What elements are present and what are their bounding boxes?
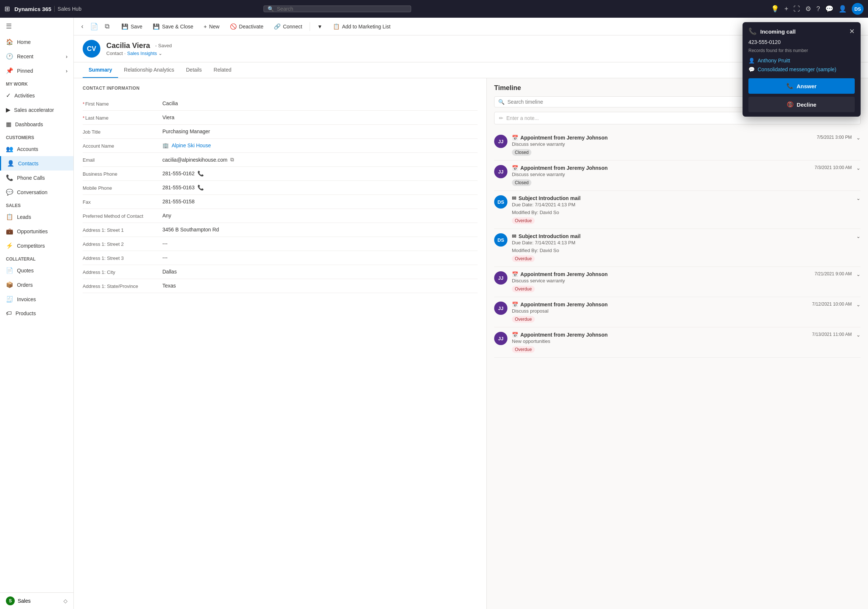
timeline-extra-2: Modified By: David So — [512, 210, 852, 215]
search-bar[interactable]: 🔍 — [264, 6, 411, 12]
timeline-item-1: JJ 📅 Appointment from Jeremy Johnson Dis… — [494, 161, 860, 191]
timeline-avatar-3: DS — [494, 233, 507, 246]
sidebar-item-label: Conversation — [17, 189, 48, 195]
sidebar-item-activities[interactable]: ✓ Activities — [0, 88, 73, 102]
add-to-marketing-list-button[interactable]: 📋 Add to Marketing List — [329, 21, 395, 32]
sidebar-item-label: Activities — [14, 93, 35, 99]
page-icon-button[interactable]: 📄 — [87, 21, 101, 32]
tab-details[interactable]: Details — [180, 62, 208, 78]
view-chevron-icon[interactable]: ⌄ — [158, 51, 163, 56]
timeline-panel: Timeline 🔍 ✏ Enter a note... JJ 📅 Appo — [487, 78, 868, 609]
business-phone-label: Business Phone — [83, 170, 157, 177]
timeline-badge-0: Closed — [512, 149, 532, 156]
sidebar-item-accounts[interactable]: 👥 Accounts — [0, 142, 73, 156]
sidebar-toggle[interactable]: ☰ — [0, 18, 73, 35]
timeline-avatar-1: JJ — [494, 165, 507, 178]
account-name-link[interactable]: Alpine Ski House — [172, 143, 211, 148]
connect-button[interactable]: 🔗 Connect — [270, 21, 307, 32]
popup-close-button[interactable]: ✕ — [849, 27, 855, 36]
search-input[interactable] — [277, 6, 407, 12]
products-icon: 🏷 — [6, 310, 12, 317]
tab-summary[interactable]: Summary — [83, 62, 118, 78]
business-phone-call-icon[interactable]: 📞 — [197, 170, 204, 177]
sidebar-item-quotes[interactable]: 📄 Quotes — [0, 263, 73, 277]
first-name-value: Cacilia — [163, 101, 477, 106]
sidebar-item-products[interactable]: 🏷 Products — [0, 306, 73, 320]
timeline-chevron-5[interactable]: ⌄ — [856, 302, 860, 322]
sidebar-item-label: Opportunities — [17, 228, 48, 234]
chevron-down-icon: › — [66, 54, 68, 59]
recent-icon: 🕐 — [6, 53, 13, 60]
first-name-label: *First Name — [83, 101, 157, 107]
sidebar-item-conversation[interactable]: 💬 Conversation — [0, 185, 73, 199]
sidebar-item-label: Pinned — [17, 68, 33, 74]
sidebar-item-label: Recent — [17, 54, 33, 59]
field-street3: Address 1: Street 3 --- — [83, 251, 477, 265]
street3-value: --- — [163, 255, 477, 260]
user-icon[interactable]: 👤 — [839, 5, 846, 13]
messenger-icon: 💬 — [749, 67, 755, 72]
settings-icon[interactable]: ⚙ — [805, 5, 811, 13]
deactivate-icon: 🚫 — [230, 23, 237, 30]
timeline-chevron-0[interactable]: ⌄ — [856, 135, 860, 156]
popup-actions: 📞 Answer 📵 Decline — [742, 74, 860, 117]
field-preferred-contact: Preferred Method of Contact Any — [83, 209, 477, 223]
account-link-icon: 🏢 — [163, 143, 169, 148]
records-found-label: Records found for this number — [742, 48, 860, 56]
help-icon[interactable]: ? — [816, 5, 820, 13]
sidebar-item-phone-calls[interactable]: 📞 Phone Calls — [0, 170, 73, 185]
more-button[interactable]: ▼ — [313, 22, 327, 32]
timeline-badge-4: Overdue — [512, 286, 535, 292]
grid-icon[interactable]: ⊞ — [5, 5, 10, 13]
lightbulb-icon[interactable]: 💡 — [771, 5, 779, 13]
nav-buttons: ‹ 📄 ⧉ — [78, 21, 113, 32]
sidebar-item-contacts[interactable]: 👤 Contacts — [0, 156, 73, 170]
brand: Dynamics 365 Sales Hub — [14, 6, 82, 12]
record-saved-badge: - Saved — [155, 43, 172, 48]
sidebar-item-dashboards[interactable]: ▦ Dashboards — [0, 117, 73, 132]
answer-phone-icon: 📞 — [786, 83, 794, 89]
sidebar-item-competitors[interactable]: ⚡ Competitors — [0, 239, 73, 253]
consolidated-messenger-link[interactable]: Consolidated messenger (sample) — [758, 67, 836, 72]
save-button[interactable]: 💾 Save — [117, 21, 147, 32]
timeline-chevron-4[interactable]: ⌄ — [856, 271, 860, 292]
timeline-content-1: 📅 Appointment from Jeremy Johnson Discus… — [512, 165, 810, 186]
timeline-chevron-6[interactable]: ⌄ — [856, 332, 860, 353]
new-button[interactable]: + New — [199, 21, 224, 32]
duplicate-button[interactable]: ⧉ — [102, 21, 113, 32]
answer-button[interactable]: 📞 Answer — [749, 78, 855, 94]
record-view-link[interactable]: Sales Insights — [127, 51, 157, 56]
timeline-avatar-4: JJ — [494, 271, 507, 285]
sales-section-pin-icon[interactable]: ◇ — [64, 598, 68, 604]
back-button[interactable]: ‹ — [78, 21, 86, 32]
decline-button[interactable]: 📵 Decline — [749, 97, 855, 112]
sidebar-item-orders[interactable]: 📦 Orders — [0, 277, 73, 292]
sidebar-item-leads[interactable]: 📋 Leads — [0, 210, 73, 224]
tab-relationship-analytics[interactable]: Relationship Analytics — [118, 62, 180, 78]
sidebar-item-opportunities[interactable]: 💼 Opportunities — [0, 224, 73, 239]
sidebar-item-recent[interactable]: 🕐 Recent › — [0, 49, 73, 64]
anthony-pruitt-link[interactable]: Anthony Pruitt — [758, 57, 790, 64]
chat-icon[interactable]: 💬 — [825, 5, 833, 13]
deactivate-button[interactable]: 🚫 Deactivate — [225, 21, 268, 32]
sidebar-item-label: Products — [16, 310, 36, 316]
timeline-item-5: JJ 📅 Appointment from Jeremy Johnson Dis… — [494, 297, 860, 327]
sidebar-item-invoices[interactable]: 🧾 Invoices — [0, 292, 73, 306]
user-avatar[interactable]: DS — [852, 3, 863, 15]
mobile-phone-call-icon[interactable]: 📞 — [197, 184, 204, 191]
save-close-button[interactable]: 💾 Save & Close — [148, 21, 198, 32]
decline-label: Decline — [797, 101, 816, 108]
add-icon[interactable]: + — [784, 5, 788, 13]
record-name: Cacilia Viera — [106, 41, 150, 50]
timeline-chevron-1[interactable]: ⌄ — [856, 165, 860, 186]
timeline-chevron-3[interactable]: ⌄ — [856, 233, 860, 262]
email-copy-icon[interactable]: ⧉ — [230, 157, 234, 163]
timeline-desc-2: Due Date: 7/14/2021 4:13 PM — [512, 202, 852, 208]
timeline-chevron-2[interactable]: ⌄ — [856, 195, 860, 224]
sidebar-item-home[interactable]: 🏠 Home — [0, 35, 73, 49]
filter-icon[interactable]: ⛶ — [794, 5, 800, 13]
sidebar-item-pinned[interactable]: 📌 Pinned › — [0, 64, 73, 78]
sidebar-item-sales-accelerator[interactable]: ▶ Sales accelerator — [0, 102, 73, 117]
record-body: CONTACT INFORMATION *First Name Cacilia … — [74, 78, 868, 609]
tab-related[interactable]: Related — [208, 62, 237, 78]
